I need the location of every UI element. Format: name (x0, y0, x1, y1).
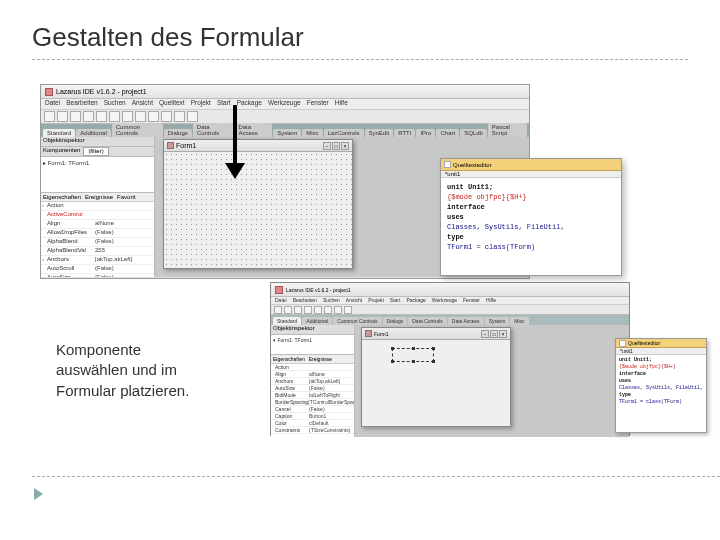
properties-table[interactable]: Action AlignalNone Anchors[akTop,akLeft]… (271, 364, 354, 437)
menu-item[interactable]: Start (390, 297, 401, 304)
prop-value[interactable]: (False) (95, 229, 154, 237)
toolbar-button[interactable] (44, 111, 55, 122)
menu-item[interactable]: Package (406, 297, 425, 304)
palette-tab[interactable]: SQLdb (460, 129, 487, 137)
form1-window[interactable]: Form1 – □ × (163, 139, 353, 269)
toolbar-button[interactable] (187, 111, 198, 122)
props-tab-ereignisse[interactable]: Ereignisse (85, 194, 113, 200)
prop-value[interactable]: [akTop,akLeft] (95, 256, 154, 264)
toolbar-button[interactable] (122, 111, 133, 122)
palette-tab[interactable]: System (485, 317, 510, 325)
prop-value[interactable]: alNone (309, 371, 354, 377)
menu-item[interactable]: Fenster (463, 297, 480, 304)
prop-value[interactable]: clDefault (309, 420, 354, 426)
palette-tab[interactable]: Misc (302, 129, 322, 137)
menubar[interactable]: Datei Bearbeiten Suchen Ansicht Projekt … (271, 297, 629, 305)
palette-tab[interactable]: Chart (436, 129, 459, 137)
toolbar-button[interactable] (161, 111, 172, 122)
menu-item[interactable]: Ansicht (346, 297, 362, 304)
prop-value[interactable]: (False) (95, 238, 154, 246)
toolbar-button[interactable] (174, 111, 185, 122)
menu-item[interactable]: Quelltext (159, 99, 185, 109)
toolbar-button[interactable] (57, 111, 68, 122)
minimize-icon[interactable]: – (481, 330, 489, 338)
component-tree[interactable]: ▸ Form1: TForm1 (41, 157, 154, 193)
editor-tab[interactable]: *unit1 (616, 348, 706, 355)
close-icon[interactable]: × (499, 330, 507, 338)
prop-value[interactable] (95, 202, 154, 210)
form1-window[interactable]: Form1 – □ × (361, 327, 511, 427)
design-grid[interactable] (362, 340, 510, 426)
design-grid[interactable] (164, 152, 352, 268)
close-icon[interactable]: × (341, 142, 349, 150)
menu-item[interactable]: Projekt (368, 297, 384, 304)
palette-tab[interactable]: Additional (302, 317, 332, 325)
prop-value[interactable]: bdLeftToRight (309, 392, 354, 398)
tree-item-form1[interactable]: ▾ Form1: TForm1 (273, 337, 352, 343)
menu-item[interactable]: Suchen (323, 297, 340, 304)
maximize-icon[interactable]: □ (490, 330, 498, 338)
editor-tab[interactable]: *unit1 (441, 171, 621, 178)
palette-tab[interactable]: Data Controls (408, 317, 447, 325)
menu-item[interactable]: Datei (275, 297, 287, 304)
toolbar-button[interactable] (148, 111, 159, 122)
palette-tab[interactable]: SynEdit (365, 129, 394, 137)
menubar[interactable]: Datei Bearbeiten Suchen Ansicht Quelltex… (41, 99, 529, 110)
menu-item[interactable]: Hilfe (335, 99, 348, 109)
palette-tab[interactable]: Data Controls (193, 123, 234, 137)
toolbar-button[interactable] (294, 306, 302, 314)
toolbar-button[interactable] (304, 306, 312, 314)
toolbar-button[interactable] (314, 306, 322, 314)
toolbar-button[interactable] (334, 306, 342, 314)
props-tab-eigenschaften[interactable]: Eigenschaften (43, 194, 81, 200)
palette-tab[interactable]: RTTI (394, 129, 415, 137)
placed-component[interactable] (392, 348, 434, 362)
menu-item[interactable]: Suchen (104, 99, 126, 109)
prop-value[interactable]: (TSizeConstraints) (309, 427, 354, 433)
code-area[interactable]: unit Unit1; {$mode objfpc}{$H+} interfac… (616, 355, 706, 408)
menu-item[interactable]: Ansicht (132, 99, 153, 109)
form-designer[interactable]: Form1 – □ × (355, 325, 629, 437)
prop-value[interactable]: (False) (309, 385, 354, 391)
palette-tab[interactable]: Additional (76, 129, 110, 137)
palette-tab[interactable]: System (273, 129, 301, 137)
prop-value[interactable]: (TControlBorderSpacing) (308, 399, 354, 405)
palette-tab[interactable]: Standard (273, 317, 301, 325)
prop-value[interactable]: (False) (309, 406, 354, 412)
props-tab-ereignisse[interactable]: Ereignisse (309, 356, 332, 362)
tree-item-form1[interactable]: ▸ Form1: TForm1 (43, 159, 152, 166)
menu-item[interactable]: Projekt (191, 99, 211, 109)
palette-tab[interactable]: Dialogs (383, 317, 408, 325)
prop-value[interactable]: [akTop,akLeft] (309, 378, 354, 384)
toolbar-button[interactable] (70, 111, 81, 122)
palette-tab[interactable]: Common Controls (112, 123, 163, 137)
palette-tab[interactable]: Common Controls (333, 317, 381, 325)
toolbar-button[interactable] (324, 306, 332, 314)
prop-value[interactable]: alNone (95, 220, 154, 228)
component-tree[interactable]: ▾ Form1: TForm1 (271, 335, 354, 355)
menu-item[interactable]: Werkzeuge (268, 99, 301, 109)
menu-item[interactable]: Hilfe (486, 297, 496, 304)
menu-item[interactable]: Bearbeiten (66, 99, 97, 109)
menu-item[interactable]: Datei (45, 99, 60, 109)
prop-value[interactable]: (False) (95, 265, 154, 273)
prop-value[interactable] (309, 364, 354, 370)
menu-item[interactable]: Werkzeuge (432, 297, 457, 304)
properties-table[interactable]: ›Action ActiveControl AlignalNone AllowD… (41, 202, 154, 277)
palette-tab[interactable]: Pascal Script (488, 123, 527, 137)
toolbar-button[interactable] (109, 111, 120, 122)
minimize-icon[interactable]: – (323, 142, 331, 150)
menu-item[interactable]: Bearbeiten (293, 297, 317, 304)
palette-tab[interactable]: IPro (416, 129, 435, 137)
palette-tab[interactable]: Misc (510, 317, 528, 325)
prop-value[interactable]: 255 (95, 247, 154, 255)
prop-value[interactable]: (False) (95, 274, 154, 277)
menu-item[interactable]: Start (217, 99, 231, 109)
palette-tab[interactable]: Standard (43, 129, 75, 137)
prop-value[interactable]: Button1 (309, 413, 354, 419)
props-tab-favorit[interactable]: Favorit (117, 194, 135, 200)
toolbar-button[interactable] (284, 306, 292, 314)
toolbar-button[interactable] (344, 306, 352, 314)
prop-value[interactable] (95, 211, 154, 219)
toolbar-button[interactable] (135, 111, 146, 122)
